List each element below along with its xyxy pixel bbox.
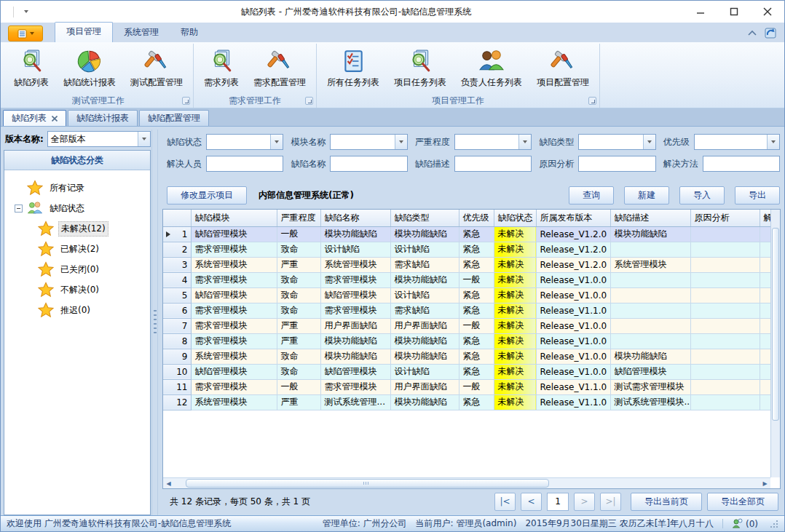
- cell-缺陷类型[interactable]: 设计缺陷: [390, 287, 459, 303]
- cell-缺陷类型[interactable]: 模块功能缺陷: [390, 226, 459, 242]
- cell-严重程度[interactable]: 严重: [277, 394, 320, 410]
- export-current-page-button[interactable]: 导出当前页: [631, 493, 702, 511]
- table-row[interactable]: 1缺陷管理模块一般模块功能缺陷模块功能缺陷紧急未解决Release_V1.2.0…: [163, 226, 774, 242]
- cell-缺陷名称[interactable]: 模块功能缺陷: [320, 333, 390, 349]
- column-header-8[interactable]: 缺陷描述: [610, 210, 690, 226]
- cell-严重程度[interactable]: 严重: [277, 257, 320, 272]
- cell-缺陷模块[interactable]: 需求管理模块: [191, 242, 277, 257]
- cell-原因分析[interactable]: [690, 272, 760, 287]
- cell-缺陷描述[interactable]: [610, 242, 690, 257]
- action-button-3[interactable]: 导入: [679, 186, 725, 205]
- row-header-cell[interactable]: 6: [163, 303, 191, 318]
- filter-input-4[interactable]: [578, 156, 655, 172]
- cell-缺陷状态[interactable]: 未解决: [494, 242, 536, 257]
- cell-缺陷名称[interactable]: 设计缺陷: [320, 242, 390, 257]
- document-tab-3[interactable]: 缺陷配置管理: [139, 110, 209, 126]
- cell-原因分析[interactable]: [690, 226, 760, 242]
- cell-缺陷类型[interactable]: 模块功能缺陷: [390, 333, 459, 349]
- ribbon-button-1-3[interactable]: 测试配置管理: [125, 45, 189, 91]
- ribbon-tab-2[interactable]: 系统管理: [113, 23, 170, 42]
- document-tab-1[interactable]: 缺陷列表: [3, 110, 66, 126]
- tree-item-3[interactable]: 未解决(12): [7, 218, 147, 239]
- table-row[interactable]: 5缺陷管理模块致命缺陷管理模块设计缺陷紧急未解决Release_V1.0.0: [163, 287, 774, 303]
- filter-combo-3[interactable]: [454, 134, 532, 150]
- cell-缺陷名称[interactable]: 模块功能缺陷: [320, 226, 390, 242]
- maximize-button[interactable]: [717, 1, 751, 23]
- cell-原因分析[interactable]: [690, 257, 760, 272]
- cell-缺陷类型[interactable]: 需求缺陷: [390, 303, 459, 318]
- prev-page-button[interactable]: <: [521, 493, 542, 511]
- filter-input-2[interactable]: [330, 156, 407, 172]
- cell-所属发布版本[interactable]: Release_V1.2.0: [536, 242, 610, 257]
- cell-所属发布版本[interactable]: Release_V1.0.0: [536, 272, 610, 287]
- cell-严重程度[interactable]: 致命: [277, 303, 320, 318]
- message-badge[interactable]: (0): [732, 518, 758, 529]
- filter-input-5[interactable]: [703, 156, 780, 172]
- scroll-left-icon[interactable]: ◀: [163, 478, 174, 488]
- cell-原因分析[interactable]: [690, 242, 760, 257]
- filter-combo-5[interactable]: [694, 134, 780, 150]
- cell-原因分析[interactable]: [690, 364, 760, 379]
- tree-item-6[interactable]: 不解决(0): [7, 279, 147, 300]
- cell-所属发布版本[interactable]: Release_V1.0.0: [536, 349, 610, 364]
- cell-优先级[interactable]: 一般: [459, 272, 494, 287]
- cell-优先级[interactable]: 紧急: [459, 257, 494, 272]
- cell-缺陷状态[interactable]: 未解决: [494, 287, 536, 303]
- cell-缺陷类型[interactable]: 模块功能缺陷: [390, 349, 459, 364]
- action-button-1[interactable]: 查询: [569, 186, 614, 205]
- filter-combo-1[interactable]: [206, 134, 283, 150]
- table-row[interactable]: 2需求管理模块致命设计缺陷设计缺陷紧急未解决Release_V1.2.0: [163, 242, 774, 257]
- modify-display-items-button[interactable]: 修改显示项目: [167, 186, 247, 205]
- cell-优先级[interactable]: 紧急: [459, 242, 494, 257]
- ribbon-tab-3[interactable]: 帮助: [170, 23, 209, 42]
- version-combo-button[interactable]: [138, 132, 150, 146]
- row-header-cell[interactable]: 12: [163, 394, 191, 410]
- style-help-icon[interactable]: [765, 27, 777, 39]
- cell-原因分析[interactable]: [690, 349, 760, 364]
- filter-combo-button[interactable]: [395, 135, 407, 149]
- cell-缺陷模块[interactable]: 需求管理模块: [191, 272, 277, 287]
- tree-collapse-icon[interactable]: [15, 205, 23, 213]
- version-combo[interactable]: 全部版本: [47, 131, 151, 147]
- column-header-7[interactable]: 所属发布版本: [536, 210, 610, 226]
- cell-所属发布版本[interactable]: Release_V1.0.0: [536, 318, 610, 333]
- cell-缺陷描述[interactable]: [610, 318, 690, 333]
- resize-grip[interactable]: [770, 520, 778, 528]
- cell-缺陷模块[interactable]: 需求管理模块: [191, 303, 277, 318]
- cell-缺陷名称[interactable]: 需求管理模块: [320, 303, 390, 318]
- cell-缺陷名称[interactable]: 缺陷管理模块: [320, 287, 390, 303]
- cell-严重程度[interactable]: 一般: [277, 379, 320, 394]
- cell-缺陷描述[interactable]: 测试需求管理模块: [610, 379, 690, 394]
- cell-优先级[interactable]: 紧急: [459, 394, 494, 410]
- cell-原因分析[interactable]: [690, 394, 760, 410]
- cell-缺陷状态[interactable]: 未解决: [494, 318, 536, 333]
- cell-优先级[interactable]: 紧急: [459, 364, 494, 379]
- table-row[interactable]: 6需求管理模块致命需求管理模块需求缺陷紧急未解决Release_V1.1.0: [163, 303, 774, 318]
- cell-严重程度[interactable]: 致命: [277, 287, 320, 303]
- table-row[interactable]: 4需求管理模块致命需求管理模块模块功能缺陷一般未解决Release_V1.0.0: [163, 272, 774, 287]
- tree-item-5[interactable]: 已关闭(0): [7, 259, 147, 279]
- scroll-right-icon[interactable]: ▶: [760, 478, 770, 488]
- ribbon-button-3-3[interactable]: 负责人任务列表: [455, 45, 528, 91]
- tree-item-2[interactable]: 缺陷状态: [7, 198, 147, 218]
- cell-缺陷类型[interactable]: 设计缺陷: [390, 242, 459, 257]
- ribbon-tab-1[interactable]: 项目管理: [55, 22, 113, 42]
- table-row[interactable]: 9系统管理模块致命模块功能缺陷模块功能缺陷紧急未解决Release_V1.0.0…: [163, 349, 774, 364]
- cell-所属发布版本[interactable]: Release_V1.0.0: [536, 287, 610, 303]
- close-button[interactable]: [751, 1, 784, 23]
- row-header-cell[interactable]: 3: [163, 257, 191, 272]
- filter-combo-button[interactable]: [518, 135, 531, 149]
- ribbon-button-2-1[interactable]: 需求列表: [198, 45, 245, 91]
- cell-缺陷模块[interactable]: 需求管理模块: [191, 318, 277, 333]
- filter-combo-2[interactable]: [330, 134, 407, 150]
- cell-缺陷名称[interactable]: 需求管理模块: [320, 379, 390, 394]
- cell-缺陷模块[interactable]: 系统管理模块: [191, 349, 277, 364]
- cell-缺陷描述[interactable]: 模块功能缺陷: [610, 226, 690, 242]
- filter-input-3[interactable]: [454, 156, 532, 172]
- cell-缺陷状态[interactable]: 未解决: [494, 257, 536, 272]
- column-header-9[interactable]: 原因分析: [690, 210, 760, 226]
- cell-缺陷模块[interactable]: 需求管理模块: [191, 333, 277, 349]
- cell-所属发布版本[interactable]: Release_V1.1.0: [536, 303, 610, 318]
- minimize-button[interactable]: [684, 1, 717, 23]
- cell-优先级[interactable]: 紧急: [459, 303, 494, 318]
